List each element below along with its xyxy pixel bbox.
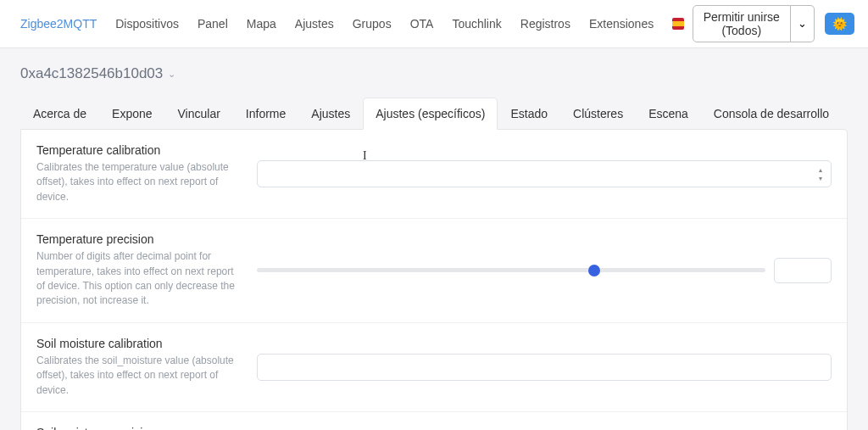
setting-desc: Calibrates the temperature value (absolu… bbox=[36, 160, 240, 204]
setting-title: Soil moisture calibration bbox=[36, 337, 240, 350]
setting-desc: Number of digits after decimal point for… bbox=[36, 249, 240, 309]
setting-soil-moisture-calibration: Soil moisture calibration Calibrates the… bbox=[21, 323, 847, 412]
setting-title: Temperature precision bbox=[36, 232, 240, 246]
tab-estado[interactable]: Estado bbox=[498, 98, 560, 130]
nav-ota[interactable]: OTA bbox=[403, 12, 441, 36]
nav-extensiones[interactable]: Extensiones bbox=[582, 12, 660, 36]
tab-acerca[interactable]: Acerca de bbox=[20, 98, 99, 130]
setting-temperature-calibration: Temperature calibration Calibrates the t… bbox=[21, 130, 847, 219]
brand-link[interactable]: Zigbee2MQTT bbox=[14, 12, 103, 36]
permit-join-dropdown[interactable]: ⌄ bbox=[791, 5, 815, 42]
soil-moisture-calibration-input[interactable] bbox=[257, 354, 832, 381]
nav-grupos[interactable]: Grupos bbox=[346, 12, 398, 36]
tab-expone[interactable]: Expone bbox=[99, 98, 164, 130]
tab-ajustes[interactable]: Ajustes bbox=[298, 98, 363, 130]
chevron-down-icon: ⌄ bbox=[168, 69, 175, 80]
setting-soil-moisture-precision: Soil moisture precision Number of digits… bbox=[21, 412, 847, 430]
settings-card: Temperature calibration Calibrates the t… bbox=[20, 129, 848, 430]
page-content: 0xa4c1382546b10d03 ⌄ Acerca de Expone Vi… bbox=[0, 48, 868, 430]
top-nav: Zigbee2MQTT Dispositivos Panel Mapa Ajus… bbox=[0, 0, 868, 48]
spinner-up-icon[interactable]: ▴ bbox=[815, 166, 826, 174]
device-title[interactable]: 0xa4c1382546b10d03 ⌄ bbox=[20, 65, 848, 82]
temperature-precision-value[interactable] bbox=[774, 258, 832, 283]
theme-toggle-button[interactable]: 🌞 bbox=[825, 13, 854, 35]
device-id: 0xa4c1382546b10d03 bbox=[20, 65, 163, 82]
tab-informe[interactable]: Informe bbox=[233, 98, 298, 130]
spinner-down-icon[interactable]: ▾ bbox=[815, 175, 826, 182]
temperature-calibration-input[interactable] bbox=[257, 160, 832, 187]
setting-title: Soil moisture precision bbox=[36, 426, 240, 430]
tab-clusteres[interactable]: Clústeres bbox=[560, 98, 636, 130]
tab-vincular[interactable]: Vincular bbox=[165, 98, 233, 130]
nav-registros[interactable]: Registros bbox=[514, 12, 577, 36]
text-cursor-icon: I bbox=[363, 149, 364, 165]
language-flag-icon[interactable] bbox=[672, 18, 683, 30]
permit-join-button[interactable]: Permitir unirse (Todos) bbox=[693, 5, 791, 42]
nav-dispositivos[interactable]: Dispositivos bbox=[108, 12, 186, 36]
temperature-precision-slider[interactable] bbox=[257, 268, 765, 272]
setting-temperature-precision: Temperature precision Number of digits a… bbox=[21, 219, 847, 323]
permit-join-group: Permitir unirse (Todos) ⌄ bbox=[693, 5, 815, 42]
setting-title: Temperature calibration bbox=[36, 143, 240, 157]
nav-panel[interactable]: Panel bbox=[191, 12, 235, 36]
nav-ajustes[interactable]: Ajustes bbox=[288, 12, 341, 36]
tab-consola[interactable]: Consola de desarrollo bbox=[701, 98, 842, 130]
device-tabs: Acerca de Expone Vincular Informe Ajuste… bbox=[20, 98, 848, 130]
setting-desc: Calibrates the soil_moisture value (abso… bbox=[36, 354, 240, 398]
number-spinner: ▴ ▾ bbox=[815, 166, 826, 182]
nav-mapa[interactable]: Mapa bbox=[240, 12, 283, 36]
tab-escena[interactable]: Escena bbox=[636, 98, 701, 130]
tab-ajustes-especificos[interactable]: Ajustes (específicos) bbox=[363, 98, 498, 130]
nav-touchlink[interactable]: Touchlink bbox=[445, 12, 508, 36]
